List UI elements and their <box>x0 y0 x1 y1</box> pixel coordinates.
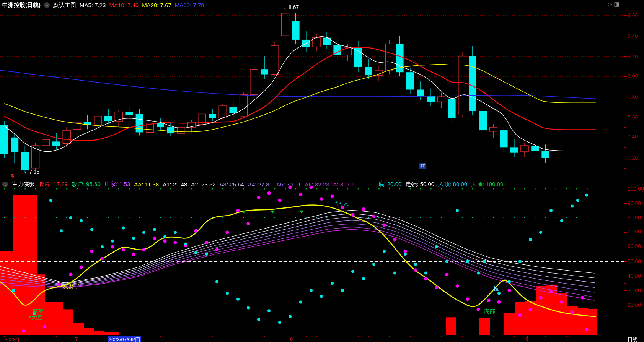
time-label-july: 7 <box>75 336 78 342</box>
indicator-header: ⌄ 主力侠影 吸筹: 17.89 散户: 95.60 庄家: 1.53 AA: … <box>2 181 503 188</box>
indicator-axis-label: 20.00 <box>628 302 644 308</box>
indicator-a4: A4: 27.81 <box>248 181 272 188</box>
sell-marker: $ <box>11 173 14 178</box>
indicator-axis-label: 50.00 <box>628 258 644 264</box>
price-axis-label: 8.40 <box>628 33 644 39</box>
cai-news-badge[interactable]: 财 <box>419 163 426 169</box>
stock-title: 中洲控股(日线) <box>2 2 41 9</box>
indicator-di: 底: 20.00 <box>378 181 401 188</box>
shanren-signal-label: *闪人 <box>335 200 349 207</box>
selected-date-label: 2023/07/06/四 <box>108 336 141 342</box>
high-price-annotation: ←8.67 <box>283 4 299 10</box>
indicator-a6: A6: 32.23 <box>305 181 329 188</box>
time-label-year: 2023年 <box>5 336 21 342</box>
chevron-glyph: ⌄ <box>45 3 49 7</box>
indicator-zhuangjia: 庄家: 1.53 <box>104 181 130 188</box>
chevron-down-icon[interactable]: ⌄ <box>2 182 8 187</box>
price-axis-label: 7.60 <box>628 114 644 120</box>
indicator-sanhu: 散户: 95.60 <box>72 181 101 188</box>
indicator-aa: AA: 11.38 <box>134 181 159 188</box>
indicator-axis-label: 70.00 <box>628 229 644 235</box>
ma60-readout: MA60: 7.78 <box>175 2 204 8</box>
indicator-ruding: 入顶: 80.00 <box>438 181 467 188</box>
price-axis-label: 7.20 <box>628 155 644 161</box>
indicator-axis-label: 100.00 <box>628 186 644 192</box>
indicator-axis-label: 40.00 <box>628 273 644 279</box>
indicator-zouqiang: 走强: 50.00 <box>405 181 434 188</box>
ma10-readout: MA10: 7.46 <box>109 2 139 8</box>
indicator-axis-label: 30.00 <box>628 287 644 293</box>
indicator-a5: A5: 30.01 <box>276 181 301 188</box>
period-label[interactable]: 日线 <box>628 336 637 342</box>
main-chart-header: 中洲控股(日线) ⌄ 默认主图 MA5: 7.23 MA10: 7.46 MA2… <box>2 1 204 9</box>
chevron-glyph: ⌄ <box>3 182 7 186</box>
facai-signal-label: *发财了 <box>60 283 80 290</box>
ma5-readout: MA5: 7.23 <box>80 2 106 8</box>
price-axis-label: 8.60 <box>628 12 644 18</box>
indicator-axis-label: 80.00 <box>628 214 644 220</box>
indicator-a2: A2: 23.52 <box>191 181 215 188</box>
big-bottom-signal-label: *大底 <box>29 314 43 321</box>
indicator-a: A: 30.01 <box>333 181 355 188</box>
window-buttons: ◇ ◨ <box>608 1 620 8</box>
time-label-august: 8 <box>290 336 293 342</box>
app-root: 中洲控股(日线) ⌄ 默认主图 MA5: 7.23 MA10: 7.46 MA2… <box>0 0 644 342</box>
price-axis-label: 8.20 <box>628 53 644 60</box>
indicator-xichou: 吸筹: 17.89 <box>39 181 68 188</box>
bottom-signal-label-right: 底部 <box>484 308 495 315</box>
low-price-annotation: ←7.05 <box>24 169 39 175</box>
split-screen-icon[interactable]: ◨ <box>614 1 620 8</box>
indicator-a1: A1: 21.48 <box>163 181 187 188</box>
price-axis-label: 8.00 <box>628 73 644 79</box>
indicator-name[interactable]: 主力侠影 <box>12 181 35 188</box>
indicator-axis-label: 60.00 <box>628 243 644 249</box>
time-label-september: 9 <box>526 336 528 342</box>
price-axis-label: 7.40 <box>628 133 644 139</box>
kline-chart-canvas[interactable] <box>0 0 644 342</box>
la-signal-label: 拉 <box>493 285 499 292</box>
price-axis-label: 7.80 <box>628 94 644 100</box>
indicator-dading: 大顶: 100.00 <box>471 181 503 188</box>
indicator-axis-label: 90.00 <box>628 200 644 206</box>
diamond-icon[interactable]: ◇ <box>608 1 612 8</box>
ma20-readout: MA20: 7.67 <box>142 2 171 8</box>
overlay-selector[interactable]: 默认主图 <box>53 2 76 9</box>
chevron-down-icon[interactable]: ⌄ <box>44 2 50 8</box>
indicator-a3: A3: 25.64 <box>220 181 244 188</box>
